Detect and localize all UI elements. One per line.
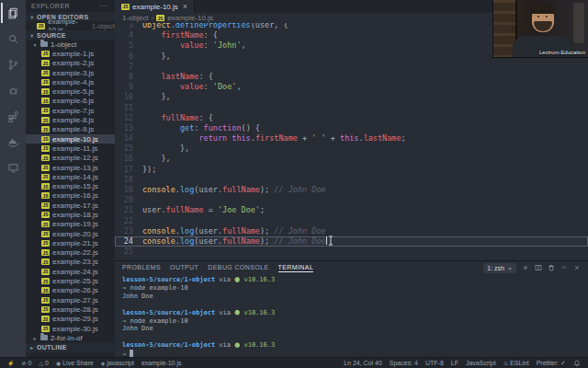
file-example-13.js[interactable]: JSexample-13.js [26,163,115,172]
live-share-status[interactable]: ◉Live Share [52,358,97,368]
close-panel-icon[interactable] [573,264,581,271]
presenter-hair [531,4,555,14]
trash-icon[interactable] [548,264,555,271]
code-line-13[interactable]: 13 get: function() { [115,123,588,133]
code-line-17[interactable]: 17}); [115,165,588,175]
code-line-25[interactable]: 25 [115,247,588,257]
file-example-7.js[interactable]: JSexample-7.js [26,106,115,115]
panel-tab-problems[interactable]: PROBLEMS [122,264,161,272]
panel-tab-output[interactable]: OUTPUT [170,264,198,272]
file-example-22.js[interactable]: JSexample-22.js [26,248,115,258]
tab-label: example-10.js [132,3,178,11]
file-example-23.js[interactable]: JSexample-23.js [26,258,115,267]
file-example-4.js[interactable]: JSexample-4.js [26,77,115,86]
code-line-14[interactable]: 14 return this.firstName + ' ' + this.la… [115,133,588,144]
remote-status[interactable]: ⚡ [4,358,18,368]
code-line-11[interactable]: 11 [115,103,588,113]
source-section-header[interactable]: ▾ SOURCE [26,30,115,40]
file-example-28.js[interactable]: JSexample-28.js [26,305,115,314]
file-example-26.js[interactable]: JSexample-26.js [26,286,115,295]
search-icon[interactable] [1,29,25,49]
file-example-3.js[interactable]: JSexample-3.js [26,68,115,77]
split-terminal-icon[interactable] [535,264,542,271]
file-example-30.js[interactable]: JSexample-30.js [26,324,115,333]
line-number: 23 [115,226,139,236]
code-line-19[interactable]: 19console.log(user.fullName); // John Do… [115,185,588,195]
source-control-icon[interactable] [1,54,25,75]
file-example-5.js[interactable]: JSexample-5.js [26,86,115,96]
extensions-icon[interactable] [1,106,25,126]
tab-example-10[interactable]: JS example-10.js × [115,0,195,13]
file-example-21.js[interactable]: JSexample-21.js [26,238,115,247]
code-line-9[interactable]: 9 value: 'Doe', [115,82,588,92]
code-text: }); [139,165,156,175]
remote-explorer-icon[interactable] [1,157,25,178]
file-example-24.js[interactable]: JSexample-24.js [26,267,115,276]
file-example-6.js[interactable]: JSexample-6.js [26,97,115,106]
file-example-27.js[interactable]: JSexample-27.js [26,295,115,305]
indentation-status[interactable]: Spaces: 4 [386,358,422,368]
code-line-18[interactable]: 18 [115,175,588,185]
code-line-16[interactable]: 16 }, [115,154,588,164]
eslint-status[interactable]: ⚠ESLint [500,358,533,368]
code-text: }, [139,92,171,102]
file-example-17.js[interactable]: JSexample-17.js [26,201,115,210]
breadcrumb-folder[interactable]: 1-object [122,14,148,22]
eol-status[interactable]: LF [447,358,462,368]
file-example-9.js[interactable]: JSexample-9.js [26,125,115,134]
code-line-12[interactable]: 12 fullName: { [115,113,588,123]
file-example-15.js[interactable]: JSexample-15.js [26,181,115,190]
file-example-2.js[interactable]: JSexample-2.js [26,59,115,68]
file-example-10.js[interactable]: JSexample-10.js [26,134,115,144]
code-line-23[interactable]: 23console.log(user.fullName); // John Do… [115,226,588,236]
open-editor-item[interactable]: JS example-10.js 1-object [26,21,115,30]
code-line-7[interactable]: 7 [115,62,588,72]
code-line-20[interactable]: 20 [115,195,588,205]
file-example-25.js[interactable]: JSexample-25.js [26,276,115,285]
code-line-8[interactable]: 8 lastName: { [115,72,588,82]
code-line-15[interactable]: 15 }, [115,144,588,154]
line-number: 9 [115,82,139,92]
file-example-29.js[interactable]: JSexample-29.js [26,315,115,324]
cursor-position-status[interactable]: Ln 24, Col 40 [340,358,386,368]
file-example-14.js[interactable]: JSexample-14.js [26,172,115,181]
language-mode-status[interactable]: JavaScript [462,358,500,368]
terminal-output[interactable]: lesson-5/source/1-object via v10.16.3→ n… [115,274,588,357]
file-example-11.js[interactable]: JSexample-11.js [26,144,115,153]
file-example-20.js[interactable]: JSexample-20.js [26,229,115,238]
file-example-1.js[interactable]: JSexample-1.js [26,49,115,58]
encoding-status[interactable]: UTF-8 [422,358,447,368]
code-line-10[interactable]: 10 }, [115,92,588,102]
code-line-21[interactable]: 21user.fullName = 'Joe Doe'; [115,205,588,215]
warnings-status[interactable]: △0 [35,358,52,368]
notifications-bell-icon[interactable] [570,358,584,368]
explorer-sidebar: EXPLORER ··· ▾ OPEN EDITORS JS example-1… [26,0,115,357]
breadcrumb-separator-icon: › [151,14,153,22]
file-example-16.js[interactable]: JSexample-16.js [26,191,115,201]
folder-1-object[interactable]: ▾ 1-object [26,40,115,49]
more-actions-icon[interactable]: ··· [99,2,109,10]
shell-selector[interactable]: 1: zsh ▾ [483,263,516,273]
javascript-status[interactable]: ◈javascript [97,358,138,368]
docker-icon[interactable] [1,132,25,152]
code-line-24[interactable]: 24console.log(user.fullName); // John Do… [115,236,588,247]
breadcrumb-file[interactable]: example-10.js [167,14,213,22]
code-editor[interactable]: 3Object.defineProperties(user, {4 firstN… [115,23,588,260]
active-file-status[interactable]: example-10.js [138,358,186,368]
file-example-18.js[interactable]: JSexample-18.js [26,210,115,219]
panel-tab-debug-console[interactable]: DEBUG CONSOLE [208,264,268,272]
panel-tab-terminal[interactable]: TERMINAL [278,264,314,272]
errors-status[interactable]: ⊘0 [18,358,36,368]
new-terminal-icon[interactable] [522,264,529,271]
explorer-icon[interactable] [1,3,25,23]
chevron-up-icon[interactable] [560,264,568,271]
folder-2-for-in-of[interactable]: ▸ 2-for-in-of [26,333,115,342]
debug-icon[interactable] [1,80,25,100]
file-example-12.js[interactable]: JSexample-12.js [26,154,115,163]
prettier-status[interactable]: Prettier: ✓ [533,358,570,368]
close-icon[interactable]: × [183,3,187,11]
file-example-19.js[interactable]: JSexample-19.js [26,220,115,229]
outline-header[interactable]: ▸ OUTLINE [26,343,115,352]
file-example-8.js[interactable]: JSexample-8.js [26,115,115,124]
code-line-22[interactable]: 22 [115,216,588,226]
